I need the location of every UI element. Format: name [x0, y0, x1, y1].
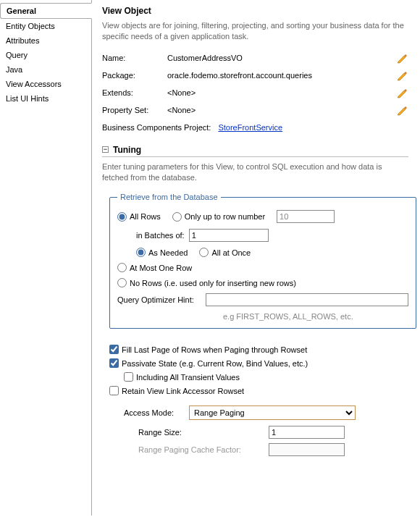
name-label: Name:: [102, 54, 167, 62]
hint-note: e.g FIRST_ROWS, ALL_ROWS, etc.: [223, 312, 408, 321]
batches-label: in Batches of:: [136, 231, 185, 240]
tuning-title: Tuning: [113, 145, 141, 155]
retrieve-fieldset: Retrieve from the Database All Rows Only…: [109, 193, 416, 329]
page-title: View Object: [102, 6, 408, 16]
bcp-label: Business Components Project:: [102, 123, 211, 132]
fill-last-checkbox[interactable]: [109, 345, 119, 354]
retain-vla-checkbox[interactable]: [109, 386, 119, 395]
pencil-icon[interactable]: [397, 104, 408, 116]
propset-label: Property Set:: [102, 106, 167, 114]
page-desc: View objects are for joining, filtering,…: [102, 20, 408, 42]
range-size-label: Range Size:: [138, 428, 269, 437]
retain-vla-label[interactable]: Retain View Link Accessor Rowset: [122, 387, 244, 395]
content-panel: View Object View objects are for joining…: [91, 0, 419, 516]
pencil-icon[interactable]: [397, 52, 408, 64]
package-label: Package:: [102, 71, 167, 80]
hint-input[interactable]: [206, 293, 408, 306]
extends-value: <None>: [167, 88, 312, 97]
all-rows-label[interactable]: All Rows: [130, 212, 161, 221]
cache-factor-input: [269, 443, 345, 456]
all-rows-radio[interactable]: [117, 212, 127, 222]
include-transient-label[interactable]: Including All Transient Values: [136, 373, 240, 382]
only-upto-label[interactable]: Only up to row number: [185, 212, 265, 221]
at-most-one-label[interactable]: At Most One Row: [130, 264, 192, 272]
as-needed-label[interactable]: As Needed: [148, 248, 188, 257]
tuning-desc: Enter tuning parameters for this View, t…: [102, 161, 408, 183]
tab-java[interactable]: Java: [0, 62, 91, 77]
tab-view-accessors[interactable]: View Accessors: [0, 77, 91, 91]
hint-label: Query Optimizer Hint:: [117, 295, 206, 304]
tab-list-ui-hints[interactable]: List UI Hints: [0, 91, 91, 106]
fill-last-label[interactable]: Fill Last Page of Rows when Paging throu…: [122, 345, 307, 354]
all-at-once-label[interactable]: All at Once: [211, 248, 251, 257]
no-rows-label[interactable]: No Rows (i.e. used only for inserting ne…: [130, 279, 296, 287]
all-at-once-radio[interactable]: [199, 248, 209, 257]
package-value: oracle.fodemo.storefront.account.queries: [167, 71, 312, 80]
bcp-link[interactable]: StoreFrontService: [218, 123, 282, 132]
name-value: CustomerAddressVO: [167, 54, 312, 62]
tab-attributes[interactable]: Attributes: [0, 33, 91, 48]
propset-value: <None>: [167, 106, 312, 114]
collapse-icon[interactable]: −: [102, 146, 109, 153]
no-rows-radio[interactable]: [117, 278, 127, 287]
passivate-label[interactable]: Passivate State (e.g. Current Row, Bind …: [122, 359, 308, 368]
range-size-input[interactable]: [269, 426, 345, 439]
cache-factor-label: Range Paging Cache Factor:: [138, 445, 269, 454]
as-needed-radio[interactable]: [136, 248, 146, 257]
access-mode-label: Access Mode:: [124, 408, 189, 417]
only-upto-radio[interactable]: [172, 212, 182, 222]
pencil-icon[interactable]: [397, 87, 408, 98]
tab-query[interactable]: Query: [0, 48, 91, 62]
pencil-icon[interactable]: [397, 70, 408, 81]
tab-general[interactable]: General: [0, 3, 92, 19]
tuning-header: − Tuning: [102, 145, 408, 157]
passivate-checkbox[interactable]: [109, 358, 119, 368]
extends-label: Extends:: [102, 88, 167, 97]
tab-entity-objects[interactable]: Entity Objects: [0, 19, 91, 33]
include-transient-checkbox[interactable]: [124, 372, 133, 382]
batches-input[interactable]: [189, 229, 269, 242]
at-most-one-radio[interactable]: [117, 263, 127, 272]
sidebar: General Entity Objects Attributes Query …: [0, 0, 91, 516]
only-upto-input: [277, 210, 335, 223]
retrieve-legend: Retrieve from the Database: [117, 193, 221, 201]
access-mode-select[interactable]: Range Paging: [189, 405, 356, 420]
